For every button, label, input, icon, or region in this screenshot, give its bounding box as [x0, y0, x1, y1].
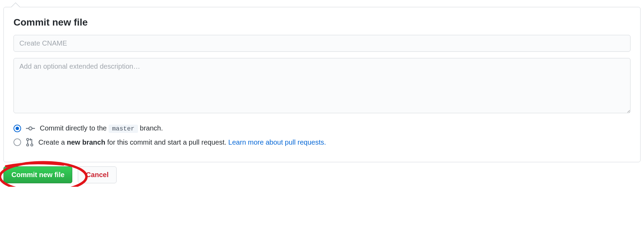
git-pull-request-icon — [26, 138, 34, 147]
commit-summary-input[interactable] — [13, 35, 631, 52]
commit-newbranch-option[interactable]: Create a new branch for this commit and … — [13, 138, 631, 147]
learn-more-link[interactable]: Learn more about pull requests. — [228, 138, 326, 146]
commit-description-textarea[interactable] — [13, 58, 631, 113]
git-commit-icon — [26, 125, 35, 132]
svg-point-4 — [27, 144, 29, 146]
commit-panel: Commit new file Commit directly to the m… — [3, 7, 641, 162]
radio-selected-icon[interactable] — [13, 125, 21, 132]
svg-point-3 — [27, 138, 29, 140]
commit-direct-option[interactable]: Commit directly to the master branch. — [13, 124, 631, 132]
branch-name-badge: master — [109, 125, 138, 133]
radio-unselected-icon[interactable] — [13, 138, 21, 146]
cancel-button[interactable]: Cancel — [78, 166, 117, 183]
direct-commit-label: Commit directly to the master branch. — [40, 124, 163, 132]
svg-point-0 — [29, 127, 32, 130]
newbranch-label: Create a new branch for this commit and … — [38, 138, 326, 146]
panel-title: Commit new file — [13, 17, 631, 28]
button-row: Commit new file Cancel — [3, 166, 641, 183]
svg-point-5 — [31, 144, 33, 146]
commit-new-file-button[interactable]: Commit new file — [3, 166, 72, 183]
